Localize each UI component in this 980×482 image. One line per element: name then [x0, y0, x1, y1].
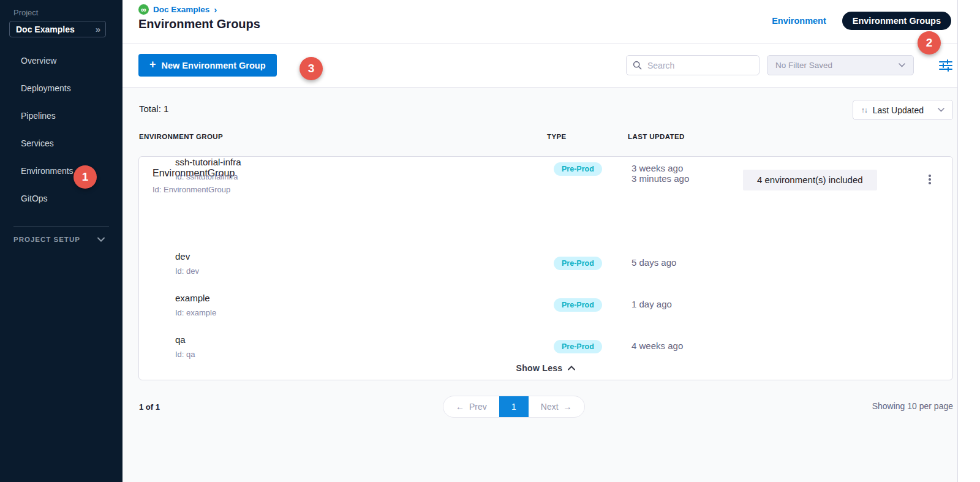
environment-row-dev[interactable]: dev Id: dev Pre-Prod 5 days ago [139, 251, 952, 289]
chevron-up-icon [568, 366, 575, 371]
page-info: 1 of 1 [139, 402, 160, 412]
environment-id: Id: qa [175, 350, 195, 359]
environment-name: qa [175, 334, 186, 345]
environment-last-updated: 3 weeks ago [631, 163, 683, 173]
current-page-button[interactable]: 1 [499, 396, 529, 417]
tab-environment[interactable]: Environment [772, 16, 826, 26]
environment-name: ssh-tutorial-infra [175, 157, 241, 167]
sidebar-item-services[interactable]: Services [0, 130, 123, 157]
double-chevron-right-icon: » [96, 24, 99, 34]
view-toggle: Environment Environment Groups [772, 12, 951, 30]
search-icon [633, 61, 642, 70]
environment-name: example [175, 293, 210, 303]
sort-value: Last Updated [873, 105, 924, 115]
new-environment-group-button[interactable]: + New Environment Group [138, 54, 277, 77]
environment-row-example[interactable]: example Id: example Pre-Prod 1 day ago [139, 293, 952, 331]
next-page-button[interactable]: Next → [529, 396, 584, 417]
left-arrow-icon: ← [456, 396, 464, 417]
right-arrow-icon: → [564, 396, 572, 417]
chevron-down-icon [97, 237, 105, 242]
environment-id: Id: example [175, 308, 216, 317]
saved-filter-select[interactable]: No Filter Saved [767, 55, 914, 75]
sidebar-item-deployments[interactable]: Deployments [0, 75, 123, 102]
environment-type-badge: Pre-Prod [554, 298, 602, 312]
sidebar-divider [13, 226, 109, 227]
plus-icon: + [149, 58, 156, 71]
environment-name: dev [175, 251, 190, 262]
main-area: ∞ Doc Examples › Environment Groups Envi… [123, 0, 957, 482]
environment-last-updated: 4 weeks ago [631, 341, 683, 351]
pagination: ← Prev 1 Next → [443, 396, 585, 418]
tab-environment-groups[interactable]: Environment Groups [842, 12, 951, 30]
toolbar: + New Environment Group No Filter Saved [123, 43, 957, 88]
environment-last-updated: 5 days ago [631, 257, 676, 268]
prev-label: Prev [469, 396, 487, 417]
per-page-info: Showing 10 per page [872, 401, 953, 411]
environment-type-badge: Pre-Prod [554, 162, 602, 176]
breadcrumb-project-link[interactable]: Doc Examples [153, 5, 209, 14]
environment-row-ssh-tutorial-infra[interactable]: ssh-tutorial-infra Id: sshtutorialinfra … [139, 157, 952, 195]
saved-filter-value: No Filter Saved [775, 61, 832, 70]
sidebar-item-pipelines[interactable]: Pipelines [0, 102, 123, 130]
column-last-updated: LAST UPDATED [628, 133, 685, 140]
new-environment-group-label: New Environment Group [162, 61, 266, 70]
sidebar-item-project-setup[interactable]: PROJECT SETUP [13, 236, 105, 243]
sidebar-item-gitops[interactable]: GitOps [0, 185, 123, 213]
filter-sliders-icon [938, 59, 953, 72]
next-label: Next [541, 396, 559, 417]
sidebar: Project Doc Examples » Overview Deployme… [0, 0, 123, 482]
project-label: Project [13, 8, 38, 17]
sort-select[interactable]: ↑↓ Last Updated [853, 100, 953, 120]
page-title: Environment Groups [138, 17, 260, 31]
environment-type-badge: Pre-Prod [554, 340, 602, 353]
environment-id: Id: sshtutorialinfra [175, 172, 238, 181]
breadcrumb-separator-icon: › [214, 4, 217, 15]
project-name: Doc Examples [16, 24, 75, 34]
annotation-badge-1: 1 [74, 165, 97, 189]
project-selector[interactable]: Doc Examples » [9, 21, 106, 37]
environment-type-badge: Pre-Prod [554, 257, 602, 270]
content-area: Total: 1 ↑↓ Last Updated ENVIRONMENT GRO… [123, 88, 957, 482]
annotation-badge-3: 3 [300, 57, 323, 80]
sort-arrows-icon: ↑↓ [861, 106, 867, 115]
sidebar-nav: Overview Deployments Pipelines Services … [0, 47, 123, 213]
sidebar-item-environments[interactable]: Environments [0, 157, 123, 185]
sidebar-item-overview[interactable]: Overview [0, 47, 123, 75]
filter-panel-button[interactable] [937, 58, 954, 73]
search-input[interactable] [646, 60, 753, 71]
search-box [626, 55, 760, 75]
column-environment-group: ENVIRONMENT GROUP [139, 133, 223, 140]
page-header: ∞ Doc Examples › Environment Groups Envi… [123, 0, 957, 43]
chevron-down-icon [899, 63, 905, 67]
total-count: Total: 1 [139, 104, 168, 114]
cd-module-icon: ∞ [138, 4, 149, 15]
scroll-gutter [957, 0, 980, 482]
annotation-badge-2: 2 [918, 31, 941, 55]
show-less-button[interactable]: Show Less [139, 363, 952, 373]
prev-page-button[interactable]: ← Prev [443, 396, 499, 417]
project-setup-label: PROJECT SETUP [13, 236, 80, 243]
column-type: TYPE [547, 133, 567, 140]
app-root: Project Doc Examples » Overview Deployme… [0, 0, 980, 482]
environment-last-updated: 1 day ago [631, 299, 672, 309]
chevron-down-icon [938, 108, 944, 112]
table-header: ENVIRONMENT GROUP TYPE LAST UPDATED [123, 133, 957, 145]
show-less-label: Show Less [516, 363, 563, 373]
environment-group-card: EnvironmentGroup Id: EnvironmentGroup 3 … [138, 156, 953, 380]
breadcrumb: ∞ Doc Examples › [138, 4, 217, 15]
environment-id: Id: dev [175, 266, 199, 276]
